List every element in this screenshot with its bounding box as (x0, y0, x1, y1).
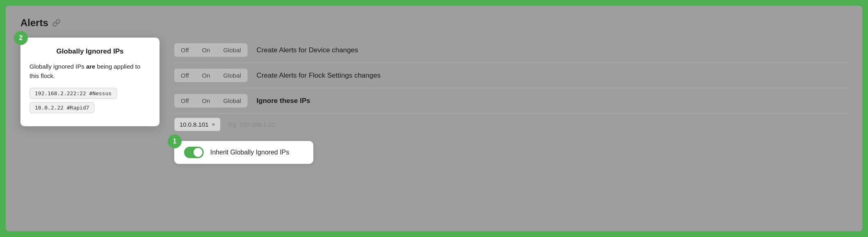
toggle-knob (193, 148, 202, 157)
ip-chip-value: 10.0.8.101 (180, 121, 209, 128)
tooltip-body-bold: are (86, 63, 95, 70)
ip-tag-2-value: 10.0.2.22 #Rapid7 (29, 102, 94, 113)
ip-chip-remove[interactable]: × (212, 122, 215, 127)
btn-group-1: Off On Global (174, 69, 247, 82)
main-container: Alerts 2 Globally Ignored IPs Globally i… (6, 6, 862, 231)
setting-row-1: Off On Global Create Alerts for Flock Se… (174, 63, 848, 88)
tooltip-card-wrapper: 2 Globally Ignored IPs Globally ignored … (20, 38, 160, 126)
ip-placeholder[interactable]: Eg. 192.168.1.22 (225, 118, 279, 131)
ip-input-row: 10.0.8.101 × Eg. 192.168.1.22 (174, 114, 848, 138)
badge-1: 1 (168, 134, 182, 148)
content-area: 2 Globally Ignored IPs Globally ignored … (20, 38, 848, 164)
btn-global-2[interactable]: Global (217, 94, 247, 107)
btn-group-2: Off On Global (174, 94, 247, 107)
tooltip-body-prefix: Globally ignored IPs (29, 63, 86, 70)
settings-panel: Off On Global Create Alerts for Device c… (174, 38, 848, 164)
btn-off-2[interactable]: Off (174, 94, 196, 107)
btn-off-0[interactable]: Off (174, 43, 196, 57)
inherit-toggle[interactable] (184, 147, 204, 158)
tooltip-body: Globally ignored IPs are being applied t… (29, 62, 151, 80)
btn-on-0[interactable]: On (196, 43, 217, 57)
tooltip-title: Globally Ignored IPs (29, 47, 151, 56)
setting-label-2: Ignore these IPs (256, 97, 310, 105)
btn-group-0: Off On Global (174, 43, 247, 57)
ip-tag-1-value: 192.168.2.222:22 #Nessus (29, 88, 117, 99)
tooltip-card: Globally Ignored IPs Globally ignored IP… (20, 38, 160, 126)
ip-tag-2: 10.0.2.22 #Rapid7 (29, 102, 151, 116)
btn-global-0[interactable]: Global (217, 43, 247, 57)
setting-label-0: Create Alerts for Device changes (256, 46, 358, 54)
ip-tag-1: 192.168.2.222:22 #Nessus (29, 88, 151, 102)
link-icon[interactable] (52, 19, 61, 27)
setting-label-1: Create Alerts for Flock Settings changes (256, 72, 380, 80)
page-title-row: Alerts (20, 17, 848, 29)
badge-2: 2 (14, 31, 28, 45)
btn-global-1[interactable]: Global (217, 69, 247, 82)
btn-off-1[interactable]: Off (174, 69, 196, 82)
ip-chip: 10.0.8.101 × (174, 118, 220, 131)
btn-on-2[interactable]: On (196, 94, 217, 107)
inherit-card-wrapper: 1 Inherit Globally Ignored IPs (174, 141, 848, 164)
inherit-card: Inherit Globally Ignored IPs (174, 141, 313, 164)
page-title: Alerts (20, 17, 48, 29)
btn-on-1[interactable]: On (196, 69, 217, 82)
setting-row-2: Off On Global Ignore these IPs (174, 88, 848, 114)
setting-row-0: Off On Global Create Alerts for Device c… (174, 38, 848, 63)
inherit-label: Inherit Globally Ignored IPs (210, 149, 289, 156)
outer-border: Alerts 2 Globally Ignored IPs Globally i… (0, 0, 868, 237)
